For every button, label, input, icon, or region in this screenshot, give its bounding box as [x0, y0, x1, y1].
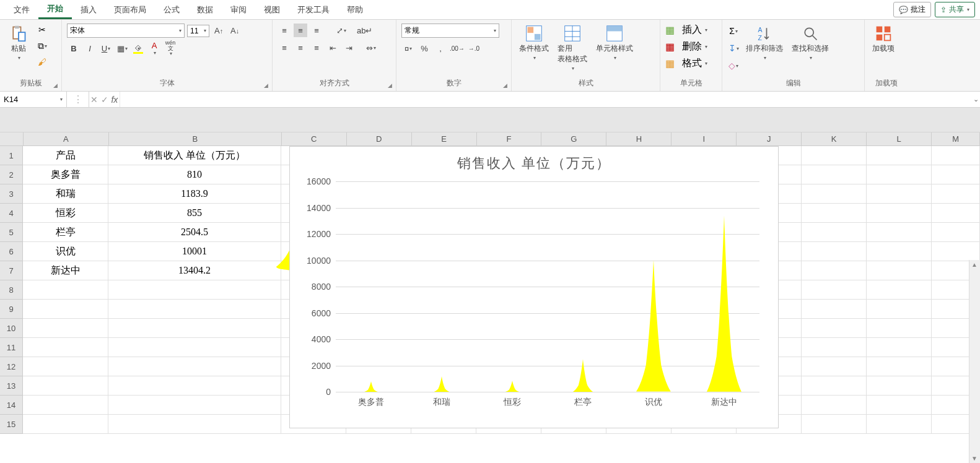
cell[interactable] — [867, 376, 932, 396]
align-left-button[interactable]: ≡ — [278, 41, 291, 54]
cell[interactable] — [23, 396, 108, 415]
fill-button[interactable]: ↧▾ — [727, 42, 740, 54]
clear-button[interactable]: ◇▾ — [727, 59, 740, 72]
cell[interactable]: 10001 — [108, 242, 281, 261]
cell[interactable]: 栏亭 — [23, 223, 108, 242]
font-launcher-icon[interactable]: ◢ — [262, 82, 269, 90]
format-cells-button[interactable]: ▦ 格式▾ — [665, 57, 707, 70]
cell[interactable] — [802, 261, 867, 280]
name-box[interactable]: K14▾ — [0, 92, 67, 107]
font-size-select[interactable]: 11▾ — [187, 25, 209, 37]
cell[interactable] — [867, 242, 932, 261]
row-header[interactable]: 4 — [0, 204, 23, 223]
tab-file[interactable]: 文件 — [5, 0, 38, 19]
align-center-button[interactable]: ≡ — [294, 41, 307, 54]
cell[interactable] — [23, 300, 108, 319]
italic-button[interactable]: I — [83, 41, 97, 55]
cell[interactable] — [802, 396, 867, 415]
cell[interactable] — [802, 146, 867, 165]
cell[interactable] — [867, 204, 932, 223]
align-right-button[interactable]: ≡ — [310, 41, 323, 54]
cell[interactable] — [802, 319, 867, 338]
cell[interactable] — [802, 415, 867, 434]
cell[interactable] — [23, 319, 108, 338]
currency-button[interactable]: ¤▾ — [401, 41, 415, 55]
cell[interactable] — [802, 184, 867, 204]
cell[interactable] — [802, 242, 867, 261]
col-header[interactable]: G — [541, 132, 606, 146]
col-header[interactable]: A — [24, 132, 109, 146]
cell[interactable] — [23, 357, 108, 376]
row-header[interactable]: 12 — [0, 357, 23, 376]
clipboard-launcher-icon[interactable]: ◢ — [51, 82, 59, 90]
align-bottom-button[interactable]: ≡ — [310, 24, 323, 37]
comma-button[interactable]: , — [434, 41, 447, 55]
cut-button[interactable]: ✂ — [36, 24, 48, 36]
increase-decimal-button[interactable]: .00→ — [450, 41, 465, 55]
cell[interactable] — [867, 261, 932, 280]
spreadsheet-grid[interactable]: ABCDEFGHIJKLM 123456789101112131415 销售收入… — [0, 132, 980, 463]
cell[interactable] — [932, 165, 980, 184]
cell[interactable] — [802, 338, 867, 357]
cell[interactable] — [867, 396, 932, 415]
cell[interactable] — [867, 280, 932, 300]
col-header[interactable]: I — [672, 132, 737, 146]
cell[interactable] — [932, 223, 980, 242]
delete-cells-button[interactable]: ▦ 删除▾ — [665, 40, 707, 53]
cell[interactable] — [802, 376, 867, 396]
tab-layout[interactable]: 页面布局 — [105, 0, 155, 19]
row-header[interactable]: 9 — [0, 300, 23, 319]
share-button[interactable]: ⇪共享▾ — [935, 2, 975, 17]
tab-formula[interactable]: 公式 — [155, 0, 188, 19]
autosum-button[interactable]: Σ▾ — [727, 25, 740, 37]
cell[interactable] — [867, 184, 932, 204]
cell[interactable] — [867, 223, 932, 242]
row-header[interactable]: 7 — [0, 261, 23, 280]
formula-input[interactable] — [120, 92, 980, 107]
align-launcher-icon[interactable]: ◢ — [386, 82, 393, 90]
cell[interactable]: 和瑞 — [23, 184, 108, 204]
cell[interactable] — [932, 204, 980, 223]
cell[interactable] — [867, 165, 932, 184]
col-header[interactable]: B — [109, 132, 282, 146]
row-header[interactable]: 6 — [0, 242, 23, 261]
cell[interactable]: 2504.5 — [108, 223, 281, 242]
tab-help[interactable]: 帮助 — [338, 0, 372, 19]
insert-cells-button[interactable]: ▦ 插入▾ — [665, 24, 707, 37]
row-header[interactable]: 11 — [0, 338, 23, 357]
row-header[interactable]: 1 — [0, 146, 23, 165]
format-painter-button[interactable]: 🖌 — [36, 56, 48, 68]
col-header[interactable]: M — [932, 132, 980, 146]
cell[interactable]: 1183.9 — [108, 184, 281, 204]
decrease-indent-button[interactable]: ⇤ — [326, 41, 339, 54]
fill-color-button[interactable]: ◇▾ — [131, 41, 145, 55]
cell[interactable] — [23, 338, 108, 357]
copy-button[interactable]: ⧉▾ — [36, 40, 48, 52]
bold-button[interactable]: B — [67, 41, 81, 55]
conditional-format-button[interactable]: 条件格式▾ — [517, 24, 551, 62]
wrap-text-button[interactable]: ab↵ — [357, 24, 372, 37]
cell[interactable]: 产品 — [23, 146, 108, 165]
tab-data[interactable]: 数据 — [188, 0, 222, 19]
cell[interactable]: 识优 — [23, 242, 108, 261]
cell[interactable] — [802, 357, 867, 376]
select-all-corner[interactable] — [0, 132, 24, 146]
cell[interactable] — [867, 300, 932, 319]
tab-review[interactable]: 审阅 — [222, 0, 255, 19]
tab-developer[interactable]: 开发工具 — [289, 0, 338, 19]
row-header[interactable]: 15 — [0, 415, 23, 434]
vertical-scrollbar[interactable] — [969, 260, 980, 463]
cell[interactable] — [802, 223, 867, 242]
cell[interactable] — [23, 376, 108, 396]
sort-filter-button[interactable]: AZ 排序和筛选▾ — [743, 24, 785, 62]
cell[interactable] — [867, 338, 932, 357]
cell[interactable] — [932, 146, 980, 165]
orientation-button[interactable]: ⤢▾ — [335, 24, 348, 37]
cell[interactable] — [802, 165, 867, 184]
col-header[interactable]: H — [606, 132, 672, 146]
format-as-table-button[interactable]: 套用 表格格式▾ — [555, 24, 590, 72]
comments-button[interactable]: 💬批注 — [893, 2, 931, 17]
tab-home[interactable]: 开始 — [38, 0, 72, 19]
find-select-button[interactable]: 查找和选择▾ — [789, 24, 831, 62]
cell[interactable] — [867, 146, 932, 165]
